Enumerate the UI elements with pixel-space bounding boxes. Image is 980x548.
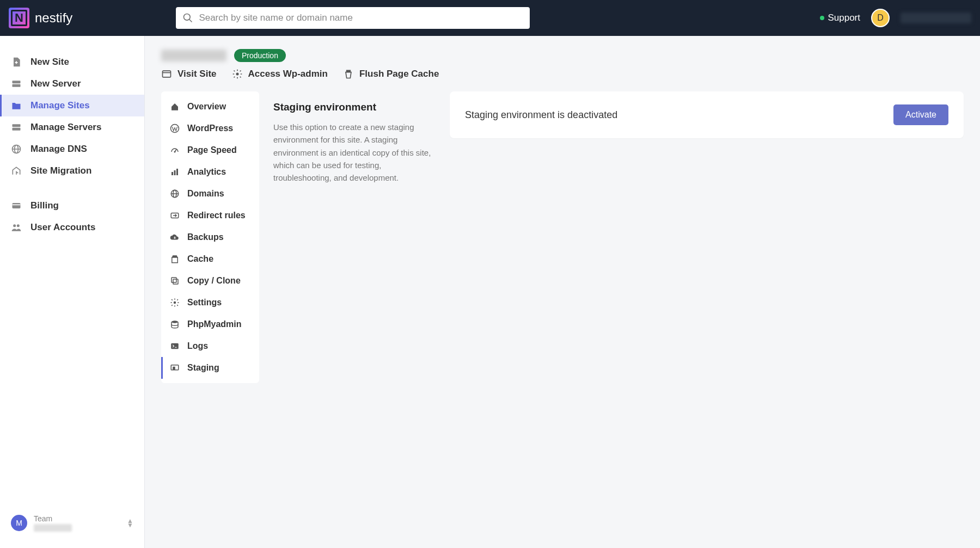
sidebar-item-label: Site Migration: [30, 165, 91, 176]
flush-cache-action[interactable]: Flush Page Cache: [343, 69, 439, 79]
submenu-label: Backups: [187, 232, 224, 242]
submenu-label: Logs: [187, 341, 208, 351]
submenu-label: Page Speed: [187, 145, 237, 155]
submenu-item-copy-clone[interactable]: Copy / Clone: [161, 270, 259, 292]
sidebar-item-manage-dns[interactable]: Manage DNS: [0, 138, 144, 160]
globe-icon: [170, 189, 180, 199]
sidebar-item-label: New Site: [30, 57, 69, 67]
database-icon: [170, 319, 180, 329]
support-link[interactable]: Support: [820, 13, 860, 23]
file-plus-icon: [11, 57, 22, 67]
staging-icon: [170, 363, 180, 373]
site-actions: Visit Site Access Wp-admin Flush Page Ca…: [161, 69, 964, 79]
sidebar-item-manage-servers[interactable]: Manage Servers: [0, 116, 144, 138]
sidebar-item-manage-sites[interactable]: Manage Sites: [0, 95, 144, 116]
support-label: Support: [828, 13, 860, 23]
search-input[interactable]: [199, 13, 523, 23]
submenu-item-staging[interactable]: Staging: [161, 357, 259, 379]
server-icon: [11, 122, 22, 133]
top-header: N nestify Support D: [0, 0, 980, 36]
sidebar-item-label: Manage DNS: [30, 144, 87, 155]
search-box[interactable]: [176, 7, 530, 29]
submenu-item-pagespeed[interactable]: Page Speed: [161, 139, 259, 161]
submenu-label: Cache: [187, 254, 213, 264]
submenu-label: Settings: [187, 298, 222, 307]
submenu-item-backups[interactable]: Backups: [161, 226, 259, 248]
gauge-icon: [170, 145, 180, 155]
submenu-label: Redirect rules: [187, 211, 246, 220]
submenu-item-overview[interactable]: Overview: [161, 96, 259, 118]
terminal-icon: [170, 341, 180, 351]
action-label: Visit Site: [177, 69, 217, 79]
site-header: Production: [161, 49, 964, 62]
chevron-updown-icon: ▲▼: [127, 519, 133, 527]
brand-name: nestify: [35, 10, 72, 26]
visit-site-action[interactable]: Visit Site: [161, 69, 217, 79]
submenu-item-domains[interactable]: Domains: [161, 183, 259, 205]
main-sidebar: New Site New Server Manage Sites Manage …: [0, 36, 145, 548]
submenu-label: WordPress: [187, 124, 233, 133]
action-label: Access Wp-admin: [248, 69, 328, 79]
folder-icon: [11, 100, 22, 111]
sidebar-item-new-site[interactable]: New Site: [0, 51, 144, 73]
logo-icon: N: [9, 8, 29, 28]
submenu-label: Analytics: [187, 167, 226, 177]
status-dot-icon: [820, 16, 824, 20]
flush-icon: [343, 69, 354, 79]
submenu-item-analytics[interactable]: Analytics: [161, 161, 259, 183]
content-area: Production Visit Site Access Wp-admin Fl…: [145, 36, 980, 548]
gear-icon: [170, 298, 180, 307]
team-avatar: M: [11, 515, 27, 531]
cache-icon: [170, 254, 180, 264]
team-name-redacted: [34, 524, 72, 532]
sidebar-item-billing[interactable]: Billing: [0, 195, 144, 217]
server-icon: [11, 78, 22, 89]
user-avatar[interactable]: D: [871, 9, 890, 27]
wordpress-icon: [170, 124, 180, 133]
header-right: Support D: [820, 9, 971, 27]
staging-status-text: Staging environment is deactivated: [465, 109, 617, 121]
user-email-redacted: [901, 13, 971, 23]
submenu-item-logs[interactable]: Logs: [161, 335, 259, 357]
migrate-icon: [11, 165, 22, 176]
users-icon: [11, 222, 22, 233]
sidebar-item-site-migration[interactable]: Site Migration: [0, 160, 144, 182]
action-label: Flush Page Cache: [359, 69, 439, 79]
submenu-item-wordpress[interactable]: WordPress: [161, 118, 259, 139]
submenu-label: Staging: [187, 363, 219, 373]
submenu-label: Overview: [187, 102, 226, 112]
card-icon: [11, 200, 22, 211]
submenu-item-redirect[interactable]: Redirect rules: [161, 205, 259, 226]
sidebar-item-label: Manage Servers: [30, 122, 101, 133]
cloud-icon: [170, 232, 180, 242]
submenu-item-settings[interactable]: Settings: [161, 292, 259, 313]
team-switcher[interactable]: M Team ▲▼: [0, 509, 144, 537]
site-name-redacted: [161, 50, 226, 61]
submenu-item-phpmyadmin[interactable]: PhpMyadmin: [161, 313, 259, 335]
search-icon: [182, 13, 193, 23]
sidebar-item-label: User Accounts: [30, 222, 95, 233]
gear-icon: [232, 69, 243, 79]
search-container: [176, 7, 530, 29]
sidebar-item-label: Billing: [30, 200, 59, 211]
globe-icon: [11, 144, 22, 155]
sidebar-item-label: Manage Sites: [30, 100, 90, 111]
home-icon: [170, 102, 180, 112]
info-panel: Staging environment Use this option to c…: [273, 91, 437, 194]
redirect-icon: [170, 211, 180, 220]
submenu-label: PhpMyadmin: [187, 319, 242, 329]
sidebar-item-user-accounts[interactable]: User Accounts: [0, 217, 144, 238]
sidebar-item-new-server[interactable]: New Server: [0, 73, 144, 95]
panel-description: Use this option to create a new staging …: [273, 121, 437, 184]
site-submenu: Overview WordPress Page Speed Analytics …: [161, 91, 259, 383]
environment-badge: Production: [234, 49, 286, 62]
submenu-item-cache[interactable]: Cache: [161, 248, 259, 270]
chart-icon: [170, 167, 180, 177]
brand-logo[interactable]: N nestify: [9, 8, 72, 28]
window-icon: [161, 69, 172, 79]
activate-button[interactable]: Activate: [893, 104, 948, 125]
submenu-label: Domains: [187, 189, 224, 199]
staging-status-card: Staging environment is deactivated Activ…: [450, 91, 964, 138]
team-label: Team: [34, 514, 72, 523]
access-wp-admin-action[interactable]: Access Wp-admin: [232, 69, 328, 79]
